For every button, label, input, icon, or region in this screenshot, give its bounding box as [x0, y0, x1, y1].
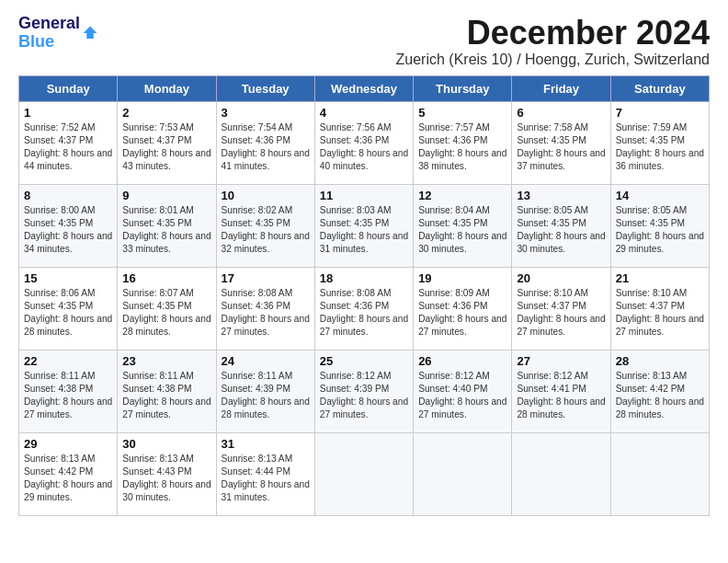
weekday-header-sunday: Sunday [19, 75, 118, 101]
day-number: 29 [24, 437, 112, 451]
cell-info: Sunrise: 7:56 AMSunset: 4:36 PMDaylight:… [320, 121, 408, 174]
day-number: 18 [320, 271, 408, 285]
cell-info: Sunrise: 8:03 AMSunset: 4:35 PMDaylight:… [320, 204, 408, 257]
calendar-cell: 18Sunrise: 8:08 AMSunset: 4:36 PMDayligh… [314, 267, 413, 350]
day-number: 19 [418, 271, 506, 285]
cell-info: Sunrise: 7:58 AMSunset: 4:35 PMDaylight:… [517, 121, 605, 174]
calendar-cell: 28Sunrise: 8:13 AMSunset: 4:42 PMDayligh… [610, 350, 709, 432]
weekday-header-saturday: Saturday [610, 75, 709, 101]
day-number: 3 [222, 106, 310, 120]
logo-icon [82, 25, 98, 41]
cell-info: Sunrise: 8:08 AMSunset: 4:36 PMDaylight:… [320, 287, 408, 339]
day-number: 1 [24, 106, 112, 120]
calendar-cell: 27Sunrise: 8:12 AMSunset: 4:41 PMDayligh… [512, 350, 610, 432]
calendar-cell: 25Sunrise: 8:12 AMSunset: 4:39 PMDayligh… [314, 350, 413, 432]
calendar-cell: 6Sunrise: 7:58 AMSunset: 4:35 PMDaylight… [512, 101, 610, 184]
day-number: 11 [320, 189, 408, 202]
calendar-cell: 4Sunrise: 7:56 AMSunset: 4:36 PMDaylight… [314, 101, 413, 184]
month-title: December 2024 [396, 15, 710, 52]
cell-info: Sunrise: 8:02 AMSunset: 4:35 PMDaylight:… [222, 204, 310, 257]
day-number: 6 [517, 106, 605, 120]
cell-info: Sunrise: 8:12 AMSunset: 4:39 PMDaylight:… [320, 370, 408, 422]
cell-info: Sunrise: 8:09 AMSunset: 4:36 PMDaylight:… [418, 287, 506, 339]
calendar-cell: 13Sunrise: 8:05 AMSunset: 4:35 PMDayligh… [512, 184, 610, 267]
calendar-cell: 22Sunrise: 8:11 AMSunset: 4:38 PMDayligh… [19, 350, 118, 432]
day-number: 27 [517, 354, 605, 368]
day-number: 17 [222, 271, 310, 285]
calendar-cell: 20Sunrise: 8:10 AMSunset: 4:37 PMDayligh… [512, 267, 610, 350]
cell-info: Sunrise: 8:05 AMSunset: 4:35 PMDaylight:… [517, 204, 605, 257]
calendar-cell: 30Sunrise: 8:13 AMSunset: 4:43 PMDayligh… [118, 432, 216, 515]
day-number: 2 [122, 106, 210, 120]
day-number: 28 [616, 354, 704, 368]
calendar-cell: 19Sunrise: 8:09 AMSunset: 4:36 PMDayligh… [414, 267, 512, 350]
day-number: 10 [222, 189, 310, 202]
cell-info: Sunrise: 8:13 AMSunset: 4:42 PMDaylight:… [616, 370, 704, 422]
logo-text: GeneralBlue [18, 15, 80, 52]
calendar-cell: 9Sunrise: 8:01 AMSunset: 4:35 PMDaylight… [118, 184, 216, 267]
cell-info: Sunrise: 7:52 AMSunset: 4:37 PMDaylight:… [24, 121, 112, 174]
page-header: GeneralBlue December 2024 Zuerich (Kreis… [18, 15, 710, 68]
location-title: Zuerich (Kreis 10) / Hoengg, Zurich, Swi… [396, 52, 710, 68]
calendar-cell: 17Sunrise: 8:08 AMSunset: 4:36 PMDayligh… [216, 267, 314, 350]
cell-info: Sunrise: 8:07 AMSunset: 4:35 PMDaylight:… [122, 287, 210, 339]
calendar-cell: 31Sunrise: 8:13 AMSunset: 4:44 PMDayligh… [216, 432, 314, 515]
calendar-cell: 3Sunrise: 7:54 AMSunset: 4:36 PMDaylight… [216, 101, 314, 184]
day-number: 14 [616, 189, 704, 202]
calendar-cell: 26Sunrise: 8:12 AMSunset: 4:40 PMDayligh… [414, 350, 512, 432]
cell-info: Sunrise: 8:05 AMSunset: 4:35 PMDaylight:… [616, 204, 704, 257]
weekday-header-tuesday: Tuesday [216, 75, 314, 101]
calendar-cell: 1Sunrise: 7:52 AMSunset: 4:37 PMDaylight… [19, 101, 118, 184]
calendar-cell: 29Sunrise: 8:13 AMSunset: 4:42 PMDayligh… [19, 432, 118, 515]
calendar-cell: 15Sunrise: 8:06 AMSunset: 4:35 PMDayligh… [19, 267, 118, 350]
weekday-header-friday: Friday [512, 75, 610, 101]
cell-info: Sunrise: 8:08 AMSunset: 4:36 PMDaylight:… [222, 287, 310, 339]
cell-info: Sunrise: 8:13 AMSunset: 4:43 PMDaylight:… [122, 453, 210, 505]
calendar-cell: 12Sunrise: 8:04 AMSunset: 4:35 PMDayligh… [414, 184, 512, 267]
cell-info: Sunrise: 8:13 AMSunset: 4:44 PMDaylight:… [222, 453, 310, 505]
day-number: 16 [122, 271, 210, 285]
calendar-cell [314, 432, 413, 515]
day-number: 15 [24, 271, 112, 285]
calendar-table: SundayMondayTuesdayWednesdayThursdayFrid… [18, 75, 710, 516]
day-number: 5 [418, 106, 506, 120]
cell-info: Sunrise: 8:10 AMSunset: 4:37 PMDaylight:… [616, 287, 704, 339]
logo: GeneralBlue [18, 15, 98, 52]
cell-info: Sunrise: 8:06 AMSunset: 4:35 PMDaylight:… [24, 287, 112, 339]
calendar-cell: 23Sunrise: 8:11 AMSunset: 4:38 PMDayligh… [118, 350, 216, 432]
calendar-cell [512, 432, 610, 515]
cell-info: Sunrise: 7:57 AMSunset: 4:36 PMDaylight:… [418, 121, 506, 174]
day-number: 20 [517, 271, 605, 285]
cell-info: Sunrise: 8:01 AMSunset: 4:35 PMDaylight:… [122, 204, 210, 257]
cell-info: Sunrise: 8:12 AMSunset: 4:41 PMDaylight:… [517, 370, 605, 422]
day-number: 12 [418, 189, 506, 202]
header-right: December 2024 Zuerich (Kreis 10) / Hoeng… [396, 15, 710, 68]
day-number: 9 [122, 189, 210, 202]
cell-info: Sunrise: 7:54 AMSunset: 4:36 PMDaylight:… [222, 121, 310, 174]
day-number: 13 [517, 189, 605, 202]
weekday-header-thursday: Thursday [414, 75, 512, 101]
weekday-header-wednesday: Wednesday [314, 75, 413, 101]
cell-info: Sunrise: 8:10 AMSunset: 4:37 PMDaylight:… [517, 287, 605, 339]
calendar-cell: 14Sunrise: 8:05 AMSunset: 4:35 PMDayligh… [610, 184, 709, 267]
day-number: 24 [222, 354, 310, 368]
calendar-cell: 16Sunrise: 8:07 AMSunset: 4:35 PMDayligh… [118, 267, 216, 350]
cell-info: Sunrise: 7:59 AMSunset: 4:35 PMDaylight:… [616, 121, 704, 174]
cell-info: Sunrise: 8:13 AMSunset: 4:42 PMDaylight:… [24, 453, 112, 505]
calendar-cell [610, 432, 709, 515]
cell-info: Sunrise: 8:12 AMSunset: 4:40 PMDaylight:… [418, 370, 506, 422]
calendar-cell: 11Sunrise: 8:03 AMSunset: 4:35 PMDayligh… [314, 184, 413, 267]
day-number: 7 [616, 106, 704, 120]
cell-info: Sunrise: 8:11 AMSunset: 4:38 PMDaylight:… [122, 370, 210, 422]
calendar-cell: 2Sunrise: 7:53 AMSunset: 4:37 PMDaylight… [118, 101, 216, 184]
day-number: 4 [320, 106, 408, 120]
day-number: 25 [320, 354, 408, 368]
day-number: 21 [616, 271, 704, 285]
cell-info: Sunrise: 8:00 AMSunset: 4:35 PMDaylight:… [24, 204, 112, 257]
cell-info: Sunrise: 8:11 AMSunset: 4:39 PMDaylight:… [222, 370, 310, 422]
calendar-cell: 7Sunrise: 7:59 AMSunset: 4:35 PMDaylight… [610, 101, 709, 184]
weekday-header-monday: Monday [118, 75, 216, 101]
calendar-cell: 21Sunrise: 8:10 AMSunset: 4:37 PMDayligh… [610, 267, 709, 350]
calendar-cell [414, 432, 512, 515]
day-number: 31 [222, 437, 310, 451]
